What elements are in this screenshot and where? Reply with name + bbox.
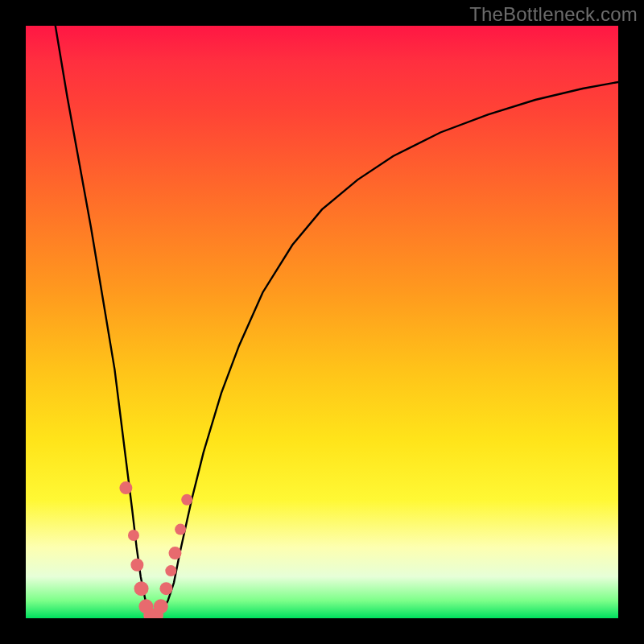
curve-marker (175, 524, 186, 535)
curve-marker (128, 530, 139, 541)
curve-marker (130, 559, 143, 572)
curve-marker (159, 582, 172, 595)
curve-marker (181, 494, 192, 506)
plot-area (26, 26, 618, 618)
curve-layer (26, 26, 618, 618)
curve-marker (154, 599, 168, 613)
curve-marker (165, 565, 176, 576)
curve-marker (134, 581, 149, 596)
bottleneck-curve (56, 26, 618, 617)
watermark-text: TheBottleneck.com (469, 3, 638, 26)
curve-marker (119, 481, 132, 494)
chart-frame: TheBottleneck.com (0, 0, 644, 644)
curve-marker (168, 547, 181, 559)
